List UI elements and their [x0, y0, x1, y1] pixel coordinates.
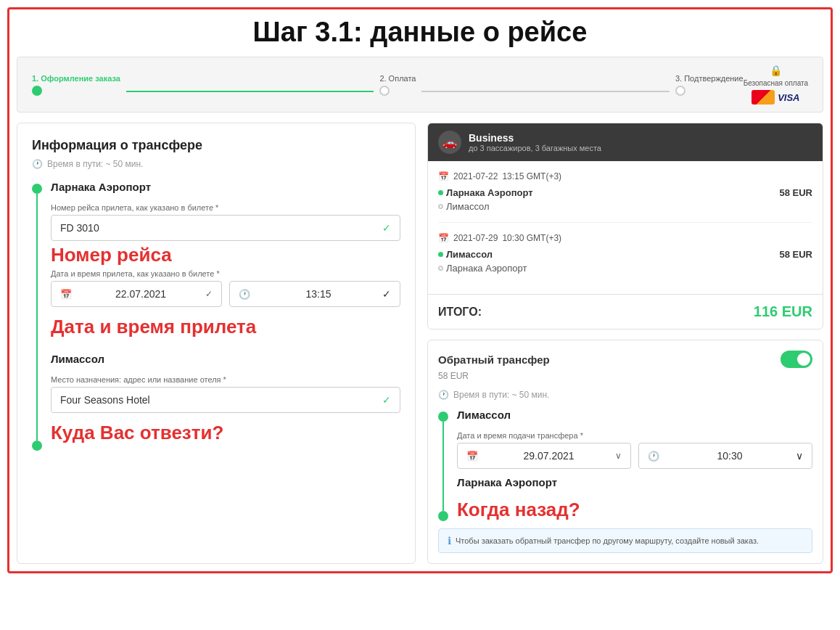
- return-time-input[interactable]: 🕐 10:30 ∨: [638, 443, 812, 469]
- trip1-from-dot: [438, 190, 443, 195]
- trip2-cal-icon: 📅: [438, 233, 449, 243]
- return-time-value: 10:30: [717, 450, 742, 462]
- calendar-icon: 📅: [60, 289, 72, 300]
- return-dot-start: [438, 412, 448, 422]
- time-input[interactable]: 🕐 13:15 ✓: [229, 281, 400, 307]
- trip2-time: 10:30 GMT(+3): [502, 233, 561, 243]
- mastercard-icon: [752, 90, 775, 105]
- annotation-datetime: Дата и время прилета: [51, 316, 400, 338]
- step3-label: 3. Подтверждение: [675, 74, 744, 83]
- route-line: [32, 181, 42, 451]
- trip2-route: Лимассол Ларнака Аэропорт 58 EUR: [438, 249, 812, 274]
- return-price: 58 EUR: [438, 371, 812, 381]
- summary-body: 📅 2021-07-22 13:15 GMT(+3) Ларнака Аэроп…: [428, 161, 823, 294]
- step3-dot: [675, 86, 685, 96]
- clock-icon: 🕐: [32, 159, 43, 169]
- return-header: Обратный трансфер: [438, 351, 812, 368]
- return-to-location: Ларнака Аэропорт: [457, 476, 812, 488]
- trip2-price: 58 EUR: [779, 249, 812, 260]
- return-toggle[interactable]: [781, 351, 812, 368]
- return-date-input[interactable]: 📅 29.07.2021 ∨: [457, 443, 631, 469]
- step1-label: 1. Оформление заказа: [32, 74, 120, 83]
- step-3: 3. Подтверждение: [675, 74, 744, 96]
- car-icon: 🚗: [438, 131, 461, 154]
- return-date-chev: ∨: [615, 451, 622, 461]
- route-dot-end: [32, 441, 42, 451]
- time-clock-icon: 🕐: [239, 289, 250, 300]
- left-panel-title: Информация о трансфере: [32, 138, 400, 153]
- summary-header: 🚗 Business до 3 пассажиров, 3 багажных м…: [428, 123, 823, 161]
- trip1-row: 📅 2021-07-22 13:15 GMT(+3) Ларнака Аэроп…: [438, 171, 812, 223]
- progress-bar: 1. Оформление заказа 2. Оплата 3. Подтве…: [17, 57, 823, 112]
- total-label: ИТОГО:: [438, 306, 482, 319]
- return-route-container: Лимассол Дата и время подачи трансфера *…: [438, 409, 812, 521]
- info-text: Чтобы заказать обратный трансфер по друг…: [456, 536, 759, 545]
- return-datetime-field-label: Дата и время подачи трансфера *: [457, 431, 812, 440]
- flight-number-input[interactable]: FD 3010 ✓: [51, 215, 400, 241]
- trip2-row: 📅 2021-07-29 10:30 GMT(+3) Лимассол: [438, 233, 812, 284]
- visa-icon: VISA: [778, 92, 799, 103]
- lock-icon: 🔒: [770, 65, 782, 76]
- trip1-date-row: 📅 2021-07-22 13:15 GMT(+3): [438, 171, 812, 181]
- destination-field-label: Место назначения: адрес или название оте…: [51, 375, 400, 384]
- time-check-icon: ✓: [382, 288, 391, 300]
- return-dot-end: [438, 511, 448, 521]
- route-container: Ларнака Аэропорт Номер рейса прилета, ка…: [32, 181, 400, 451]
- return-vert-line: [442, 422, 444, 511]
- from-location: Ларнака Аэропорт: [51, 181, 400, 193]
- trip1-to: Лимассол: [438, 201, 533, 212]
- outer-border: Шаг 3.1: данные о рейсе 1. Оформление за…: [7, 7, 833, 573]
- info-box: ℹ Чтобы заказать обратный трансфер по др…: [438, 528, 812, 553]
- return-card: Обратный трансфер 58 EUR 🕐 Время в пути:…: [427, 340, 823, 564]
- return-time-chev: ∨: [796, 450, 803, 462]
- annotation-when: Когда назад?: [457, 499, 812, 521]
- destination-check-icon: ✓: [382, 394, 391, 406]
- annotation-flight: Номер рейса: [51, 244, 400, 266]
- progress-steps: 1. Оформление заказа 2. Оплата 3. Подтве…: [32, 74, 744, 96]
- step-line-2: [421, 91, 670, 92]
- right-panel: 🚗 Business до 3 пассажиров, 3 багажных м…: [427, 123, 823, 564]
- trip2-to: Ларнака Аэропорт: [438, 263, 527, 274]
- main-content: Информация о трансфере 🕐 Время в пути: ~…: [17, 123, 823, 564]
- trip1-to-dot: [438, 204, 443, 209]
- flight-number-value: FD 3010: [60, 222, 99, 234]
- destination-input[interactable]: Four Seasons Hotel ✓: [51, 387, 400, 413]
- time-value: 13:15: [305, 288, 331, 300]
- return-cal-icon: 📅: [466, 451, 478, 462]
- step-1: 1. Оформление заказа: [32, 74, 120, 96]
- to-location: Лимассол: [51, 353, 400, 365]
- to-location-section: Лимассол Место назначения: адрес или наз…: [51, 353, 400, 444]
- return-date-value: 29.07.2021: [523, 450, 574, 462]
- return-title: Обратный трансфер: [438, 353, 550, 366]
- date-value: 22.07.2021: [115, 288, 166, 300]
- trip2-date: 2021-07-29: [453, 233, 498, 243]
- annotation-where: Куда Вас отвезти?: [51, 422, 400, 444]
- secure-payment: 🔒 Безопасная оплата VISA: [744, 65, 808, 105]
- step2-label: 2. Оплата: [379, 74, 416, 83]
- trip2-date-row: 📅 2021-07-29 10:30 GMT(+3): [438, 233, 812, 243]
- total-price: 116 EUR: [754, 303, 812, 320]
- trip1-from: Ларнака Аэропорт: [438, 187, 533, 198]
- trip1-time: 13:15 GMT(+3): [502, 171, 561, 181]
- secure-label: Безопасная оплата: [744, 79, 808, 87]
- summary-card: 🚗 Business до 3 пассажиров, 3 багажных м…: [427, 123, 823, 330]
- info-icon: ℹ: [448, 535, 451, 547]
- route-dot-start: [32, 184, 42, 194]
- datetime-field-label: Дата и время прилета, как указано в биле…: [51, 269, 400, 278]
- flight-field-label: Номер рейса прилета, как указано в билет…: [51, 203, 400, 212]
- step2-dot: [379, 86, 390, 96]
- page-title: Шаг 3.1: данные о рейсе: [17, 17, 823, 48]
- payment-cards: VISA: [752, 90, 799, 105]
- date-input[interactable]: 📅 22.07.2021 ✓: [51, 281, 222, 307]
- step1-dot: [32, 86, 42, 96]
- trip2-from-dot: [438, 252, 443, 257]
- left-panel: Информация о трансфере 🕐 Время в пути: ~…: [17, 123, 416, 564]
- route-details: Ларнака Аэропорт Номер рейса прилета, ка…: [51, 181, 400, 451]
- step-line-1: [126, 91, 374, 92]
- trip1-route: Ларнака Аэропорт Лимассол 58 EUR: [438, 187, 812, 212]
- return-from-location: Лимассол: [457, 409, 812, 421]
- summary-header-text: Business до 3 пассажиров, 3 багажных мес…: [469, 132, 601, 152]
- trip1-date: 2021-07-22: [453, 171, 498, 181]
- return-time-clock-icon: 🕐: [648, 451, 659, 462]
- destination-value: Four Seasons Hotel: [60, 394, 150, 406]
